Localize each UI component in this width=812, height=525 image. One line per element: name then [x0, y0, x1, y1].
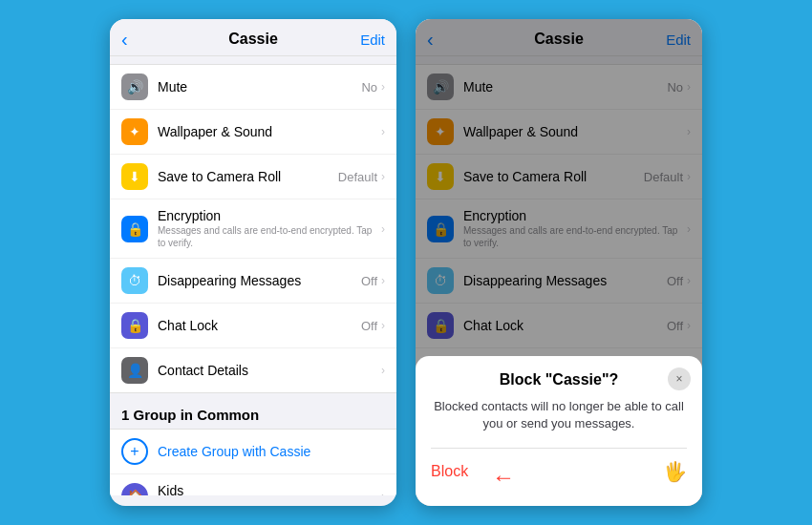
- modal-divider: [431, 448, 687, 449]
- mute-value: No: [361, 80, 377, 94]
- disappearing-icon: ⏱: [121, 267, 148, 294]
- arrow-indicator: ←: [492, 464, 515, 491]
- red-arrow-icon: ←: [492, 464, 515, 491]
- edit-button-1[interactable]: Edit: [360, 32, 385, 48]
- disappearing-item[interactable]: ⏱ Disappearing Messages Off ›: [110, 259, 396, 304]
- modal-block-button[interactable]: Block: [431, 463, 468, 480]
- screen1-header: ‹ Cassie Edit: [110, 19, 396, 56]
- wallpaper-item[interactable]: ✦ Wallpaper & Sound ›: [110, 110, 396, 155]
- modal-actions: Block 🖐️: [431, 460, 687, 483]
- camera-roll-chevron: ›: [381, 170, 385, 183]
- phone-screen-2: ‹ Cassie Edit 🔊 Mute No › ✦ Wallpaper & …: [416, 19, 702, 506]
- encryption-icon: 🔒: [121, 216, 148, 242]
- chat-lock-chevron: ›: [381, 319, 385, 332]
- plus-icon-1: +: [121, 438, 148, 465]
- encryption-content: Encryption Messages and calls are end-to…: [158, 208, 381, 249]
- mute-item[interactable]: 🔊 Mute No ›: [110, 65, 396, 110]
- disappearing-value: Off: [361, 274, 377, 288]
- chat-lock-icon: 🔒: [121, 312, 148, 339]
- encryption-chevron: ›: [381, 222, 385, 236]
- screen1-content: 🔊 Mute No › ✦ Wallpaper & Sound ›: [110, 56, 396, 495]
- create-group-label-1: Create Group with Cassie: [158, 444, 310, 459]
- raised-hand-icon: 🖐️: [663, 460, 687, 483]
- groups-section-header-1: 1 Group in Common: [110, 393, 396, 429]
- camera-roll-value: Default: [338, 170, 377, 184]
- contact-details-chevron: ›: [381, 364, 385, 377]
- disappearing-label: Disappearing Messages: [158, 273, 361, 288]
- block-modal-sheet: × Block "Cassie"? Blocked contacts will …: [416, 356, 702, 506]
- block-modal-overlay: × Block "Cassie"? Blocked contacts will …: [416, 19, 702, 506]
- mute-chevron: ›: [381, 80, 385, 94]
- kids-name-1: Kids: [158, 483, 381, 495]
- modal-description: Blocked contacts will no longer be able …: [431, 398, 687, 432]
- chat-lock-label: Chat Lock: [158, 318, 361, 333]
- group-list-1: + Create Group with Cassie 🏠 Kids Cassie…: [110, 429, 396, 495]
- contact-details-icon: 👤: [121, 357, 148, 384]
- wallpaper-content: Wallpaper & Sound: [158, 124, 381, 139]
- kids-avatar-1: 🏠: [121, 483, 148, 495]
- kids-group-item-1[interactable]: 🏠 Kids Cassie, You ›: [110, 474, 396, 495]
- chat-lock-item[interactable]: 🔒 Chat Lock Off ›: [110, 304, 396, 348]
- wallpaper-icon: ✦: [121, 118, 148, 145]
- back-button-1[interactable]: ‹: [121, 29, 128, 51]
- modal-title: Block "Cassie"?: [431, 371, 687, 388]
- disappearing-chevron: ›: [381, 274, 385, 287]
- disappearing-content: Disappearing Messages: [158, 273, 361, 288]
- contact-details-content: Contact Details: [158, 363, 381, 378]
- contact-details-item[interactable]: 👤 Contact Details ›: [110, 348, 396, 392]
- chat-lock-value: Off: [361, 319, 377, 333]
- create-group-item-1[interactable]: + Create Group with Cassie: [110, 430, 396, 474]
- screens-container: ‹ Cassie Edit 🔊 Mute No › ✦: [110, 19, 702, 506]
- encryption-item[interactable]: 🔒 Encryption Messages and calls are end-…: [110, 200, 396, 259]
- camera-roll-content: Save to Camera Roll: [158, 169, 338, 184]
- mute-icon: 🔊: [121, 74, 148, 100]
- camera-roll-label: Save to Camera Roll: [158, 169, 338, 184]
- phone-screen-1: ‹ Cassie Edit 🔊 Mute No › ✦: [110, 19, 396, 506]
- mute-content: Mute: [158, 79, 361, 94]
- settings-list-1: 🔊 Mute No › ✦ Wallpaper & Sound ›: [110, 64, 396, 393]
- screen1-title: Cassie: [228, 31, 278, 48]
- encryption-subtitle: Messages and calls are end-to-end encryp…: [158, 224, 381, 249]
- kids-content-1: Kids Cassie, You: [158, 483, 381, 495]
- mute-label: Mute: [158, 79, 361, 94]
- camera-roll-icon: ⬇: [121, 163, 148, 190]
- wallpaper-chevron: ›: [381, 125, 385, 138]
- kids-chevron-1: ›: [381, 490, 385, 495]
- encryption-label: Encryption: [158, 208, 381, 223]
- wallpaper-label: Wallpaper & Sound: [158, 124, 381, 139]
- modal-close-button[interactable]: ×: [668, 368, 691, 390]
- contact-details-label: Contact Details: [158, 363, 381, 378]
- chat-lock-content: Chat Lock: [158, 318, 361, 333]
- camera-roll-item[interactable]: ⬇ Save to Camera Roll Default ›: [110, 155, 396, 200]
